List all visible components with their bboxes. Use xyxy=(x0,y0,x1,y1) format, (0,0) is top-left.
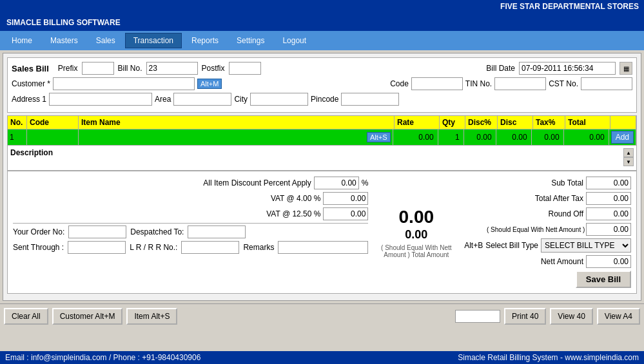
code-cell-input[interactable] xyxy=(29,131,76,144)
discount-input[interactable] xyxy=(314,177,359,189)
lr-rr-input[interactable] xyxy=(181,241,239,254)
td-qty xyxy=(438,129,464,145)
menu-sales[interactable]: Sales xyxy=(88,33,124,48)
total-amount-input[interactable] xyxy=(586,223,631,236)
area-label: Area xyxy=(155,95,171,104)
calc-center: 0.00 0.00 ( Should Equal With Nett Amoun… xyxy=(375,177,458,288)
sales-bill-label: Sales Bill xyxy=(12,64,49,73)
add-button[interactable]: Add xyxy=(611,131,634,144)
th-total: Total xyxy=(565,116,610,129)
th-no: No. xyxy=(8,116,27,129)
city-input[interactable] xyxy=(250,93,308,106)
nett-amount-input[interactable] xyxy=(586,255,631,268)
total-amount-row: ( Should Equal With Nett Amount ) Total … xyxy=(464,223,631,236)
order-row: Your Order No: Despatched To: xyxy=(13,225,368,238)
view-40-button[interactable]: View 40 xyxy=(550,308,592,325)
scroll-down-button[interactable]: ▼ xyxy=(623,157,634,166)
menu-masters[interactable]: Masters xyxy=(42,33,86,48)
main-content: Sales Bill Prefix Bill No. Postfix Bill … xyxy=(3,53,641,301)
scroll-buttons: ▲ ▼ xyxy=(623,148,634,166)
prefix-input[interactable] xyxy=(82,62,114,75)
items-table: No. Code Item Name Rate Qty Disc% Disc T… xyxy=(7,115,637,171)
cst-input[interactable] xyxy=(581,77,632,90)
td-add: Add xyxy=(609,129,636,145)
bill-date-input[interactable] xyxy=(519,62,616,75)
item-name-input[interactable] xyxy=(81,131,364,144)
td-disc xyxy=(496,129,532,145)
vat4-input[interactable] xyxy=(323,192,368,205)
tax-input[interactable] xyxy=(534,131,561,144)
print-40-button[interactable]: Print 40 xyxy=(504,308,546,325)
your-order-input[interactable] xyxy=(68,225,126,238)
calendar-icon[interactable]: ▦ xyxy=(620,62,632,75)
address1-input[interactable] xyxy=(49,93,152,106)
store-name: FIVE STAR DEPARTMENTAL STORES xyxy=(500,2,639,11)
nett-calc-label: ( Should Equal With Nett Amount ) Total … xyxy=(487,226,583,233)
total-after-tax-input[interactable] xyxy=(586,192,631,205)
rate-input[interactable] xyxy=(395,131,436,144)
print-quantity-input[interactable] xyxy=(455,310,500,323)
sent-through-label: Sent Through : xyxy=(13,243,64,252)
subtotal-input[interactable] xyxy=(586,177,631,189)
tin-input[interactable] xyxy=(494,77,546,90)
sent-through-input[interactable] xyxy=(68,241,126,254)
customer-row: Customer * Alt+M Code TIN No. CST No. xyxy=(12,77,632,90)
select-bill-dropdown[interactable]: SELECT BILL TYPE xyxy=(541,238,631,253)
scroll-up-button[interactable]: ▲ xyxy=(623,148,634,157)
customer-input[interactable] xyxy=(53,77,195,90)
td-code xyxy=(27,129,79,145)
status-bar: Email : info@simpleindia.com / Phone : +… xyxy=(0,351,644,364)
big-amount: 0.00 xyxy=(399,206,434,228)
alt-m-button[interactable]: Alt+M xyxy=(197,79,222,89)
total-after-tax-row: Total After Tax xyxy=(464,192,631,205)
clear-all-button[interactable]: Clear All xyxy=(4,308,48,325)
description-row: Description ▲ ▼ xyxy=(7,146,637,171)
menu-reports[interactable]: Reports xyxy=(183,33,227,48)
code-input[interactable] xyxy=(411,77,463,90)
despatched-to-label: Despatched To: xyxy=(130,227,184,236)
discount-label: All Item Discount Percent Apply xyxy=(13,178,311,187)
menu-home[interactable]: Home xyxy=(3,33,41,48)
postfix-input[interactable] xyxy=(229,62,261,75)
menu-settings[interactable]: Settings xyxy=(228,33,273,48)
view-a4-button[interactable]: View A4 xyxy=(597,308,640,325)
code-label: Code xyxy=(390,79,409,88)
area-input[interactable] xyxy=(173,93,231,106)
item-alt-s-button[interactable]: Item Alt+S xyxy=(126,308,177,325)
nett-amount-row: Nett Amount xyxy=(464,255,631,268)
td-rate xyxy=(393,129,438,145)
round-off-input[interactable] xyxy=(586,207,631,220)
description-textarea[interactable] xyxy=(75,148,623,168)
alt-s-button[interactable]: Alt+S xyxy=(367,132,391,142)
vat12-input[interactable] xyxy=(323,207,368,220)
pincode-label: Pincode xyxy=(311,95,338,104)
tin-label: TIN No. xyxy=(465,79,492,88)
th-disc-pct: Disc% xyxy=(465,116,498,129)
save-bill-button[interactable]: Save Bill xyxy=(576,271,631,288)
vat4-row: VAT @ 4.00 % xyxy=(13,192,368,205)
discount-row: All Item Discount Percent Apply % xyxy=(13,177,368,189)
qty-input[interactable] xyxy=(440,131,462,144)
despatched-to-input[interactable] xyxy=(188,225,246,238)
pincode-input[interactable] xyxy=(341,93,399,106)
th-add xyxy=(610,116,636,129)
disc-pct-input[interactable] xyxy=(466,131,494,144)
th-code: Code xyxy=(27,116,79,129)
total-input[interactable] xyxy=(566,131,607,144)
bill-no-input[interactable] xyxy=(146,62,198,75)
td-tax xyxy=(532,129,564,145)
menu-logout[interactable]: Logout xyxy=(274,33,315,48)
round-off-label: Round Off xyxy=(549,209,583,218)
cst-label: CST No. xyxy=(549,79,578,88)
disc-input[interactable] xyxy=(498,131,529,144)
customer-alt-m-button[interactable]: Customer Alt+M xyxy=(52,308,123,325)
sales-bill-row: Sales Bill Prefix Bill No. Postfix Bill … xyxy=(12,62,632,75)
city-label: City xyxy=(234,95,248,104)
alt-b-label: Alt+B xyxy=(464,241,483,250)
select-bill-type-label: Select Bill Type xyxy=(485,241,538,250)
remarks-input[interactable] xyxy=(278,241,368,254)
menu-transaction[interactable]: Transaction xyxy=(125,33,182,48)
app-title: SIMACLE BILLING SOFTWARE xyxy=(0,13,644,31)
subtotal-label: Sub Total xyxy=(551,178,583,187)
nett-amount-label: Nett Amount xyxy=(541,257,583,266)
